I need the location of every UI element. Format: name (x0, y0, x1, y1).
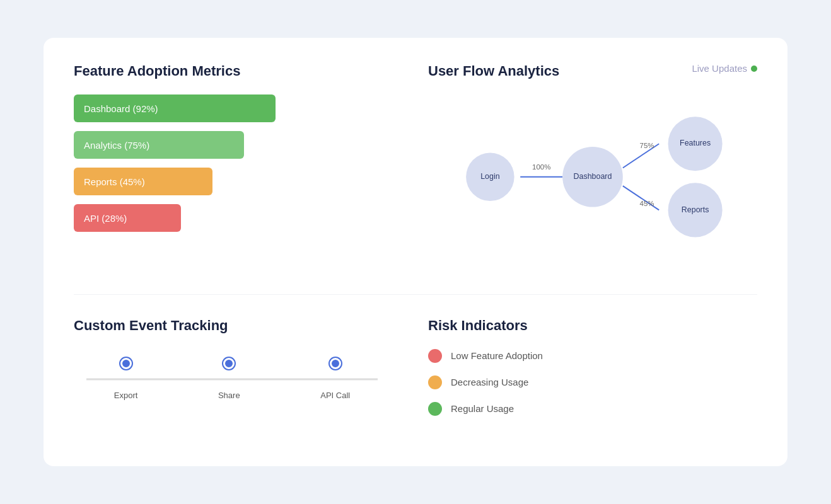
bar-container: Dashboard (92%) Analytics (75%) Reports … (74, 94, 390, 232)
node-login-label: Login (480, 172, 499, 181)
risk-dot-green (428, 402, 442, 416)
point-dot-share (223, 358, 235, 369)
risk-label-decreasing: Decreasing Usage (451, 377, 528, 387)
risk-dot-yellow (428, 375, 442, 389)
main-card: Feature Adoption Metrics Dashboard (92%)… (44, 38, 787, 466)
risk-list: Low Feature Adoption Decreasing Usage Re… (428, 349, 757, 416)
risk-item-regular: Regular Usage (428, 402, 757, 416)
bar-item-api: API (28%) (74, 204, 390, 232)
user-flow-section: User Flow Analytics Live Updates 100% 75… (416, 63, 757, 295)
point-dot-export (120, 358, 132, 369)
edge-label-100: 100% (532, 163, 550, 171)
risk-dot-red (428, 349, 442, 363)
flow-diagram: 100% 75% 45% Login Dashboard Features Re… (428, 105, 757, 243)
risk-item-decreasing: Decreasing Usage (428, 375, 757, 389)
point-dot-apicall (330, 358, 341, 369)
timeline-point-export: Export (114, 358, 138, 400)
risk-item-low-adoption: Low Feature Adoption (428, 349, 757, 363)
point-label-share: Share (218, 391, 240, 400)
bar-item-dashboard: Dashboard (92%) (74, 94, 390, 122)
bar-api: API (28%) (74, 204, 181, 232)
custom-event-title: Custom Event Tracking (74, 318, 390, 334)
bar-reports: Reports (45%) (74, 168, 212, 195)
node-dashboard-label: Dashboard (574, 172, 612, 181)
bar-analytics: Analytics (75%) (74, 131, 244, 159)
risk-indicators-section: Risk Indicators Low Feature Adoption Dec… (416, 295, 757, 442)
point-label-apicall: API Call (320, 391, 350, 400)
risk-label-low-adoption: Low Feature Adoption (451, 350, 543, 361)
timeline-points: Export Share API Call (74, 358, 390, 400)
edge-label-75: 75% (640, 142, 654, 149)
live-updates-badge: Live Updates (692, 63, 757, 74)
live-dot-icon (751, 66, 757, 72)
flow-header: User Flow Analytics Live Updates (428, 63, 757, 94)
point-label-export: Export (114, 391, 138, 400)
timeline: Export Share API Call (74, 354, 390, 404)
node-reports-label: Reports (682, 205, 709, 214)
bar-item-reports: Reports (45%) (74, 168, 390, 195)
custom-event-section: Custom Event Tracking Export Share API C… (74, 295, 416, 442)
risk-indicators-title: Risk Indicators (428, 318, 757, 334)
bar-item-analytics: Analytics (75%) (74, 131, 390, 159)
timeline-point-apicall: API Call (320, 358, 350, 400)
feature-adoption-section: Feature Adoption Metrics Dashboard (92%)… (74, 63, 416, 295)
feature-adoption-title: Feature Adoption Metrics (74, 63, 390, 79)
timeline-point-share: Share (218, 358, 240, 400)
flow-svg: 100% 75% 45% Login Dashboard Features Re… (428, 105, 757, 243)
bar-dashboard: Dashboard (92%) (74, 94, 276, 122)
risk-label-regular: Regular Usage (451, 403, 514, 414)
edge-label-45: 45% (640, 200, 654, 207)
node-features-label: Features (680, 139, 711, 147)
user-flow-title: User Flow Analytics (428, 63, 559, 79)
